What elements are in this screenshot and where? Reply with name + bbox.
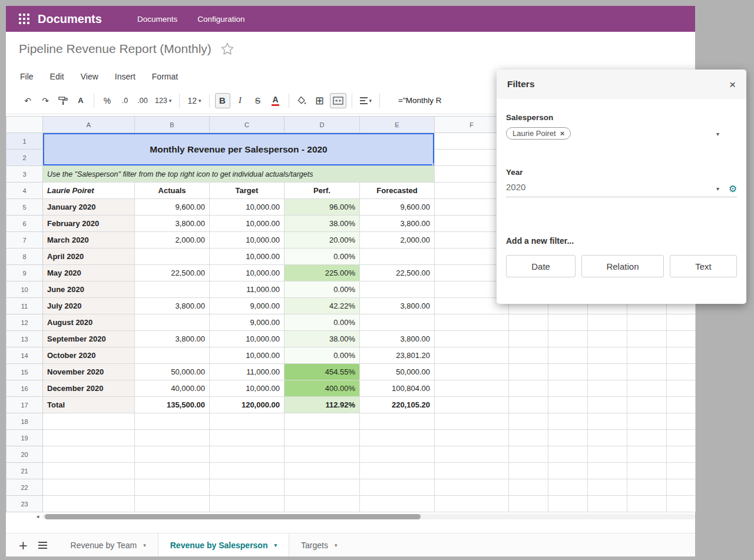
cell[interactable] <box>360 446 435 463</box>
month-cell[interactable]: January 2020 <box>43 199 135 216</box>
cell[interactable] <box>360 430 435 446</box>
cell[interactable] <box>588 446 627 463</box>
decrease-decimal-button[interactable]: .0 <box>117 93 133 108</box>
row-header-12[interactable]: 12 <box>6 314 43 331</box>
row-header-20[interactable]: 20 <box>6 446 43 463</box>
year-filter-field[interactable]: 2020 ▾ ⚙ <box>506 182 737 197</box>
table-column-header[interactable]: Target <box>210 183 285 199</box>
menu-format[interactable]: Format <box>152 72 178 81</box>
cell[interactable] <box>435 331 509 347</box>
actuals-cell[interactable]: 22,500.00 <box>135 265 210 281</box>
cell[interactable] <box>435 397 509 413</box>
sheet-tab-revenue-by-team[interactable]: Revenue by Team▾ <box>59 534 158 556</box>
month-cell[interactable]: April 2020 <box>43 248 135 265</box>
cell[interactable] <box>548 413 588 430</box>
add-relation-filter-button[interactable]: Relation <box>581 255 664 277</box>
forecasted-cell[interactable]: 9,600.00 <box>360 199 435 216</box>
cell[interactable] <box>667 413 696 430</box>
cell[interactable] <box>435 463 509 479</box>
total-label-cell[interactable]: Total <box>43 397 135 413</box>
cell[interactable] <box>588 380 627 397</box>
target-cell[interactable]: 10,000.00 <box>210 265 285 281</box>
cell[interactable] <box>135 430 210 446</box>
cell[interactable] <box>509 479 548 496</box>
perf-cell[interactable]: 454.55% <box>285 364 360 380</box>
forecasted-cell[interactable] <box>360 248 435 265</box>
month-cell[interactable]: May 2020 <box>43 265 135 281</box>
actuals-cell[interactable] <box>135 314 210 331</box>
month-cell[interactable]: August 2020 <box>43 314 135 331</box>
strikethrough-button[interactable]: S <box>250 93 266 108</box>
cell[interactable] <box>627 331 667 347</box>
chevron-down-icon[interactable]: ▾ <box>716 131 719 137</box>
bold-button[interactable]: B <box>215 93 230 108</box>
cell[interactable] <box>509 430 548 446</box>
cell[interactable] <box>135 413 210 430</box>
add-text-filter-button[interactable]: Text <box>670 255 737 277</box>
cell[interactable] <box>435 413 509 430</box>
forecasted-cell[interactable]: 3,800.00 <box>360 216 435 232</box>
row-header-17[interactable]: 17 <box>6 397 43 413</box>
table-column-header[interactable]: Forecasted <box>360 183 435 199</box>
perf-cell[interactable]: 42.22% <box>285 298 360 314</box>
cell[interactable] <box>667 446 696 463</box>
cell[interactable] <box>435 314 509 331</box>
favorite-star-icon[interactable] <box>220 41 235 57</box>
horizontal-align-dropdown[interactable]: ▾ <box>358 93 375 108</box>
cell[interactable] <box>285 413 360 430</box>
cell[interactable] <box>43 496 135 512</box>
row-header-3[interactable]: 3 <box>6 166 43 183</box>
perf-cell[interactable]: 38.00% <box>285 331 360 347</box>
cell[interactable] <box>627 397 667 413</box>
month-cell[interactable]: November 2020 <box>43 364 135 380</box>
cell[interactable] <box>627 479 667 496</box>
cell[interactable] <box>588 397 627 413</box>
select-all-corner[interactable] <box>6 117 43 133</box>
cell[interactable] <box>509 347 548 364</box>
add-sheet-button[interactable]: + <box>19 539 28 551</box>
cell[interactable] <box>548 364 588 380</box>
undo-button[interactable]: ↶ <box>20 93 35 108</box>
cell[interactable] <box>509 413 548 430</box>
cell[interactable] <box>627 446 667 463</box>
row-header-2[interactable]: 2 <box>6 150 43 166</box>
target-cell[interactable]: 10,000.00 <box>210 232 285 248</box>
number-format-dropdown[interactable]: 123▾ <box>153 93 174 108</box>
actuals-cell[interactable]: 3,800.00 <box>135 298 210 314</box>
apps-grid-icon[interactable] <box>19 14 29 24</box>
perf-cell[interactable]: 0.00% <box>285 347 360 364</box>
row-header-1[interactable]: 1 <box>6 133 43 150</box>
target-cell[interactable]: 11,000.00 <box>210 364 285 380</box>
cell[interactable] <box>43 463 135 479</box>
column-header-B[interactable]: B <box>135 117 210 133</box>
cell[interactable] <box>285 479 360 496</box>
target-cell[interactable]: 10,000.00 <box>210 199 285 216</box>
perf-cell[interactable]: 38.00% <box>285 216 360 232</box>
cell[interactable] <box>588 314 627 331</box>
total-perf-cell[interactable]: 112.92% <box>285 397 360 413</box>
cell[interactable] <box>667 380 696 397</box>
cell[interactable] <box>627 496 667 512</box>
cell[interactable] <box>548 347 588 364</box>
actuals-cell[interactable] <box>135 347 210 364</box>
document-title[interactable]: Pipeline Revenue Report (Monthly) <box>19 42 211 56</box>
column-header-A[interactable]: A <box>43 117 135 133</box>
perf-cell[interactable]: 20.00% <box>285 232 360 248</box>
paint-format-button[interactable] <box>55 93 71 108</box>
cell[interactable] <box>548 331 588 347</box>
cell[interactable] <box>43 413 135 430</box>
cell[interactable] <box>627 364 667 380</box>
cell[interactable] <box>627 347 667 364</box>
cell[interactable] <box>588 430 627 446</box>
row-header-5[interactable]: 5 <box>6 199 43 216</box>
salesperson-filter-field[interactable]: Laurie Poiret × ▾ <box>506 127 737 143</box>
cell[interactable] <box>509 397 548 413</box>
cell[interactable] <box>435 364 509 380</box>
month-cell[interactable]: February 2020 <box>43 216 135 232</box>
actuals-cell[interactable]: 3,800.00 <box>135 331 210 347</box>
table-column-header[interactable]: Perf. <box>285 183 360 199</box>
cell[interactable] <box>509 380 548 397</box>
percent-format-button[interactable]: % <box>100 93 115 108</box>
forecasted-cell[interactable]: 23,801.20 <box>360 347 435 364</box>
salesperson-header-cell[interactable]: Laurie Poiret <box>43 183 135 199</box>
